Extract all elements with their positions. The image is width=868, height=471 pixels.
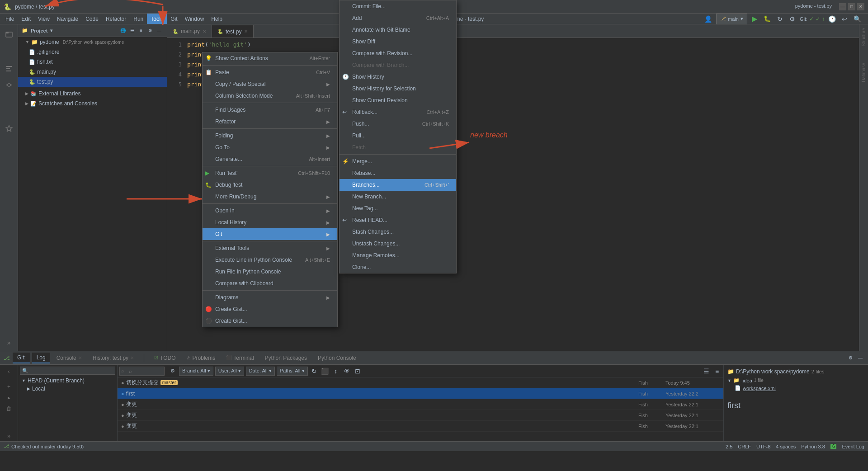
- right-sidebar-structure[interactable]: Structure: [860, 24, 867, 50]
- git-commit-3[interactable]: ● 变更 Fish Yesterday 22:1: [118, 399, 723, 410]
- settings-btn[interactable]: ⚙: [787, 14, 798, 24]
- ctx-find-usages[interactable]: Find Usages Alt+F7: [203, 104, 337, 116]
- ctx-external-tools[interactable]: External Tools ▶: [203, 242, 337, 254]
- menu-code[interactable]: Code: [82, 14, 102, 24]
- git-stash-changes[interactable]: Stash Changes...: [340, 226, 456, 238]
- git-details-workspace-xml[interactable]: 📄 workspace.xml: [727, 384, 864, 392]
- git-tree-search-input[interactable]: [20, 367, 115, 375]
- bottom-close-btn[interactable]: —: [856, 354, 864, 362]
- bottom-tab-console-close[interactable]: ✕: [78, 355, 82, 360]
- branch-selector[interactable]: ⎇ main ▾: [716, 14, 747, 24]
- ctx-create-gist-1[interactable]: 🔴 Create Gist...: [203, 303, 337, 315]
- search-btn[interactable]: 🔍: [852, 14, 863, 24]
- tree-external-libs[interactable]: ▶ 📚 External Libraries: [18, 89, 167, 99]
- git-rebase[interactable]: Rebase...: [340, 167, 456, 179]
- menu-file[interactable]: File: [2, 14, 18, 24]
- ctx-copy-paste-special[interactable]: Copy / Paste Special ▶: [203, 78, 337, 90]
- menu-navigate[interactable]: Navigate: [53, 14, 82, 24]
- git-log-search-input[interactable]: [119, 367, 165, 376]
- ctx-open-in[interactable]: Open In ▶: [203, 205, 337, 217]
- git-add[interactable]: Add Ctrl+Alt+A: [340, 12, 456, 24]
- git-filter-user[interactable]: User: All ▾: [215, 367, 244, 376]
- close-button[interactable]: ✕: [857, 3, 864, 10]
- git-sort-btn[interactable]: ↕: [331, 367, 340, 376]
- status-indent[interactable]: 4 spaces: [776, 444, 796, 449]
- git-annotate[interactable]: Annotate with Git Blame: [340, 24, 456, 36]
- sidebar-commit-icon[interactable]: [1, 77, 17, 93]
- bottom-tab-history[interactable]: History: test.py ✕: [88, 353, 138, 363]
- right-sidebar-database[interactable]: Database: [860, 59, 867, 86]
- git-unstash-changes[interactable]: Unstash Changes...: [340, 238, 456, 250]
- panel-collapse-btn[interactable]: ≡: [137, 27, 145, 35]
- sidebar-structure-icon[interactable]: [1, 61, 17, 77]
- status-event-log[interactable]: Event Log: [842, 444, 864, 449]
- tree-scratches[interactable]: ▶ 📝 Scratches and Consoles: [18, 99, 167, 108]
- ctx-git[interactable]: Git ▶: [203, 228, 337, 240]
- tree-test-py[interactable]: 🐍 test.py: [18, 77, 167, 87]
- git-compare-revision[interactable]: Compare with Revision...: [340, 47, 456, 59]
- menu-tools[interactable]: Tools: [147, 14, 167, 24]
- git-pull[interactable]: Pull...: [340, 130, 456, 141]
- menu-git[interactable]: Git: [167, 14, 181, 24]
- ctx-diagrams[interactable]: Diagrams ▶: [203, 292, 337, 303]
- git-add-btn[interactable]: +: [3, 382, 15, 392]
- tree-root[interactable]: ▼ 📁 pydome D:\Python work space\pydome: [18, 37, 167, 47]
- git-history-btn[interactable]: 🕐: [826, 14, 837, 24]
- git-expand-btn[interactable]: ▸: [3, 393, 15, 403]
- ctx-show-context-actions[interactable]: 💡 Show Context Actions Alt+Enter: [203, 52, 337, 64]
- git-commit-file[interactable]: Commit File...: [340, 0, 456, 12]
- git-commit-2[interactable]: ● first Fish Yesterday 22:2: [118, 388, 723, 399]
- ctx-execute-line[interactable]: Execute Line in Python Console Alt+Shift…: [203, 254, 337, 266]
- git-pick-btn[interactable]: ⬛: [321, 367, 330, 376]
- ctx-debug-test[interactable]: 🐛 Debug 'test': [203, 179, 337, 191]
- git-filter-paths[interactable]: Paths: All ▾: [277, 367, 308, 376]
- git-rollback[interactable]: ↩ Rollback... Ctrl+Alt+Z: [340, 106, 456, 118]
- ctx-column-selection[interactable]: Column Selection Mode Alt+Shift+Insert: [203, 90, 337, 102]
- menu-view[interactable]: View: [34, 14, 53, 24]
- git-clone[interactable]: Clone...: [340, 261, 456, 273]
- git-commit-5[interactable]: ● 变更 Fish Yesterday 22:1: [118, 421, 723, 432]
- sidebar-expand-icon[interactable]: »: [1, 334, 17, 351]
- ctx-generate[interactable]: Generate... Alt+Insert: [203, 153, 337, 165]
- tab-main-py-close[interactable]: ✕: [203, 29, 206, 34]
- git-rollback-btn[interactable]: ↩: [839, 14, 850, 24]
- git-delete-btn[interactable]: 🗑: [3, 404, 15, 414]
- git-merge[interactable]: ⚡ Merge...: [340, 155, 456, 167]
- ctx-folding[interactable]: Folding ▶: [203, 130, 337, 141]
- panel-scope-btn[interactable]: 🌐: [119, 27, 127, 35]
- git-manage-remotes[interactable]: Manage Remotes...: [340, 250, 456, 261]
- menu-help[interactable]: Help: [208, 14, 226, 24]
- tab-test-py[interactable]: 🐍 test.py ✕: [212, 25, 254, 38]
- panel-close-btn[interactable]: —: [155, 27, 163, 35]
- git-show-current-revision[interactable]: Show Current Revision: [340, 94, 456, 106]
- git-filter-branch[interactable]: Branch: All ▾: [179, 367, 213, 376]
- tab-test-py-close[interactable]: ✕: [244, 29, 248, 34]
- bottom-tab-problems[interactable]: ⚠ Problems: [182, 353, 220, 363]
- sidebar-favorites-icon[interactable]: [1, 120, 17, 137]
- tree-fish-txt[interactable]: 📄 fish.txt: [18, 57, 167, 67]
- git-filter-date[interactable]: Date: All ▾: [246, 367, 275, 376]
- git-log-settings-btn[interactable]: ⚙: [168, 367, 177, 376]
- ctx-run-file-console[interactable]: Run File in Python Console: [203, 266, 337, 278]
- ctx-refactor[interactable]: Refactor ▶: [203, 116, 337, 127]
- git-show-diff[interactable]: Show Diff: [340, 36, 456, 47]
- ctx-paste[interactable]: 📋 Paste Ctrl+V: [203, 66, 337, 78]
- ctx-create-gist-2[interactable]: ⚫ Create Gist...: [203, 315, 337, 327]
- panel-settings-btn[interactable]: ⚙: [146, 27, 154, 35]
- maximize-button[interactable]: □: [848, 3, 855, 10]
- sidebar-project-icon[interactable]: [1, 26, 17, 42]
- git-commit-4[interactable]: ● 变更 Fish Yesterday 22:1: [118, 410, 723, 421]
- bottom-tab-terminal[interactable]: ⬛ Terminal: [222, 353, 258, 363]
- status-python[interactable]: Python 3.8: [801, 444, 825, 449]
- tree-gitignore[interactable]: 📄 .gitignore: [18, 47, 167, 57]
- status-position[interactable]: 2:5: [726, 444, 732, 449]
- reload-btn[interactable]: ↻: [774, 14, 785, 24]
- tab-main-py[interactable]: 🐍 main.py ✕: [167, 25, 212, 38]
- ctx-goto[interactable]: Go To ▶: [203, 141, 337, 153]
- menu-window[interactable]: Window: [181, 14, 208, 24]
- git-back-btn[interactable]: ‹: [3, 367, 15, 377]
- git-eye-btn[interactable]: 👁: [342, 367, 351, 376]
- ctx-run-test[interactable]: ▶ Run 'test' Ctrl+Shift+F10: [203, 167, 337, 179]
- bottom-tab-git[interactable]: Git:: [13, 353, 30, 363]
- ctx-local-history[interactable]: Local History ▶: [203, 217, 337, 228]
